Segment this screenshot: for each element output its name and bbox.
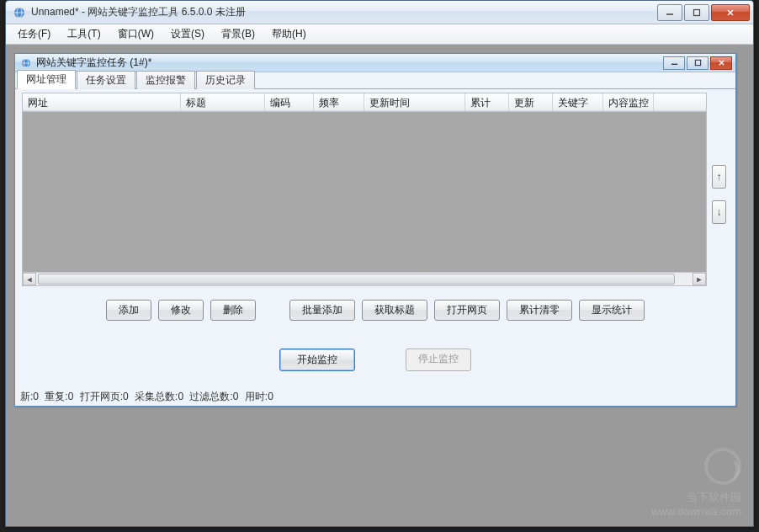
scroll-track[interactable] bbox=[36, 273, 693, 285]
outer-window-controls bbox=[656, 4, 750, 21]
fetch-title-button[interactable]: 获取标题 bbox=[362, 300, 427, 321]
tab-history[interactable]: 历史记录 bbox=[196, 71, 255, 89]
menu-background[interactable]: 背景(B) bbox=[213, 24, 263, 44]
outer-titlebar: Unnamed* - 网站关键字监控工具 6.5.0.0 未注册 bbox=[6, 1, 753, 24]
action-button-row: 添加 修改 删除 批量添加 获取标题 打开网页 累计清零 显示统计 bbox=[19, 300, 732, 321]
tab-monitor-alarm[interactable]: 监控报警 bbox=[136, 71, 195, 89]
svg-rect-4 bbox=[694, 9, 700, 15]
inner-close-button[interactable] bbox=[710, 56, 732, 70]
outer-window-title: Unnamed* - 网站关键字监控工具 6.5.0.0 未注册 bbox=[31, 5, 656, 19]
svg-rect-11 bbox=[695, 60, 700, 65]
status-filtered: 过滤总数:0 bbox=[189, 390, 238, 404]
column-header[interactable]: 标题 bbox=[181, 93, 265, 111]
scroll-thumb[interactable] bbox=[38, 274, 675, 285]
column-header[interactable]: 更新时间 bbox=[364, 93, 465, 111]
batch-add-button[interactable]: 批量添加 bbox=[289, 300, 355, 321]
close-button[interactable] bbox=[711, 4, 750, 21]
inner-app-icon bbox=[20, 57, 32, 69]
edit-button[interactable]: 修改 bbox=[158, 300, 204, 321]
inner-minimize-button[interactable] bbox=[663, 56, 685, 70]
reset-count-button[interactable]: 累计清零 bbox=[507, 300, 572, 321]
maximize-button[interactable] bbox=[684, 4, 709, 21]
start-monitor-button[interactable]: 开始监控 bbox=[279, 348, 355, 371]
menu-window[interactable]: 窗口(W) bbox=[109, 24, 162, 44]
status-collected: 采集总数:0 bbox=[135, 390, 183, 404]
column-header[interactable]: 频率 bbox=[314, 93, 364, 111]
table-body[interactable] bbox=[23, 112, 706, 272]
stop-monitor-button: 停止监控 bbox=[406, 348, 471, 371]
column-header[interactable]: 内容监控 bbox=[603, 93, 654, 111]
monitor-button-row: 开始监控 停止监控 bbox=[19, 348, 732, 371]
watermark-text1: 当下软件园 bbox=[687, 491, 741, 503]
column-header[interactable]: 更新 bbox=[509, 93, 553, 111]
add-button[interactable]: 添加 bbox=[106, 300, 151, 321]
table-header: 网址标题编码频率更新时间累计更新关键字内容监控 bbox=[23, 93, 706, 112]
move-down-button[interactable]: ↓ bbox=[712, 200, 726, 224]
mdi-area: 网站关键字监控任务 (1#)* 网址管理 任务设置 监控报警 历史记录 网址标题… bbox=[8, 46, 751, 524]
inner-window-title: 网站关键字监控任务 (1#)* bbox=[36, 56, 661, 70]
status-opened: 打开网页:0 bbox=[80, 390, 129, 404]
watermark-text2: www.downxia.com bbox=[651, 505, 741, 518]
column-header[interactable]: 累计 bbox=[465, 93, 509, 111]
menu-tools[interactable]: 工具(T) bbox=[59, 24, 109, 44]
column-header[interactable]: 网址 bbox=[23, 93, 181, 111]
column-header[interactable]: 关键字 bbox=[553, 93, 603, 111]
tab-content: 网址标题编码频率更新时间累计更新关键字内容监控 ◄ ► ↑ ↓ 添加 bbox=[19, 91, 732, 389]
tab-task-settings[interactable]: 任务设置 bbox=[77, 71, 135, 89]
menubar: 任务(F) 工具(T) 窗口(W) 设置(S) 背景(B) 帮助(H) bbox=[6, 24, 753, 45]
url-table: 网址标题编码频率更新时间累计更新关键字内容监控 ◄ ► bbox=[22, 93, 707, 286]
status-new: 新:0 bbox=[20, 390, 39, 404]
horizontal-scrollbar[interactable]: ◄ ► bbox=[23, 272, 706, 285]
minimize-button[interactable] bbox=[657, 4, 682, 21]
watermark: 当下软件园 www.downxia.com bbox=[651, 448, 741, 519]
column-header[interactable]: 编码 bbox=[265, 93, 314, 111]
open-page-button[interactable]: 打开网页 bbox=[434, 300, 500, 321]
scroll-right-arrow[interactable]: ► bbox=[693, 273, 706, 285]
menu-settings[interactable]: 设置(S) bbox=[162, 24, 213, 44]
delete-button[interactable]: 删除 bbox=[210, 300, 256, 321]
status-bar: 新:0 重复:0 打开网页:0 采集总数:0 过滤总数:0 用时:0 bbox=[17, 389, 734, 404]
scroll-left-arrow[interactable]: ◄ bbox=[23, 273, 36, 285]
menu-task[interactable]: 任务(F) bbox=[9, 24, 59, 44]
task-window: 网站关键字监控任务 (1#)* 网址管理 任务设置 监控报警 历史记录 网址标题… bbox=[14, 53, 736, 407]
move-up-button[interactable]: ↑ bbox=[712, 165, 726, 189]
inner-titlebar: 网站关键字监控任务 (1#)* bbox=[15, 54, 735, 72]
reorder-buttons: ↑ ↓ bbox=[712, 165, 727, 224]
menu-help[interactable]: 帮助(H) bbox=[263, 24, 315, 44]
status-elapsed: 用时:0 bbox=[245, 390, 273, 404]
status-duplicate: 重复:0 bbox=[45, 390, 73, 404]
tab-url-manage[interactable]: 网址管理 bbox=[17, 70, 76, 89]
app-icon bbox=[13, 6, 26, 19]
watermark-logo-icon bbox=[704, 448, 741, 485]
inner-window-controls bbox=[661, 56, 732, 70]
inner-maximize-button[interactable] bbox=[687, 56, 709, 70]
tab-strip: 网址管理 任务设置 监控报警 历史记录 bbox=[15, 72, 735, 89]
main-window: Unnamed* - 网站关键字监控工具 6.5.0.0 未注册 任务(F) 工… bbox=[5, 0, 754, 527]
show-stats-button[interactable]: 显示统计 bbox=[579, 300, 645, 321]
